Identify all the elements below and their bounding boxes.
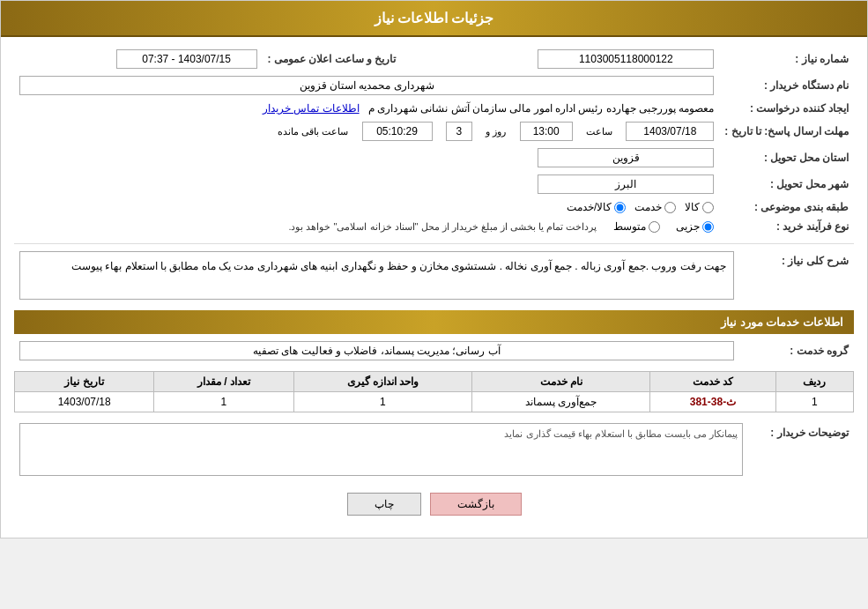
table-row: 1 ث-38-381 جمع‌آوری پسماند 1 1 1403/07/1… [15,392,854,412]
namDastgah-label: نام دستگاه خریدار : [719,72,854,99]
cell-radif: 1 [775,392,853,412]
radio-kala: کالا [685,201,714,213]
sharh-label: شرح کلی نیاز : [739,248,854,303]
col-tedad: تعداد / مقدار [154,372,293,392]
baghimande-label: ساعت باقی مانده [278,126,348,137]
tawzihKhridar-label: توضیحات خریدار : [748,420,854,479]
ostanTahvil-cell: قزوین [14,145,719,171]
print-button[interactable]: چاپ [347,493,421,516]
saat-value: 13:00 [520,122,573,141]
ijadKonande-link[interactable]: اطلاعات تماس خریدار [263,102,360,115]
service-table-container: ردیف کد خدمت نام خدمت واحد اندازه گیری ت… [14,371,854,412]
col-namKhadamat: نام خدمت [472,372,650,392]
groheKhadamat-label: گروه خدمت : [739,338,854,364]
groheKhadamat-value: آب رسانی؛ مدیریت پسماند، فاضلاب و فعالیت… [19,341,734,360]
roz-label: روز و [486,126,506,137]
ostanTahvil-label: استان محل تحویل : [719,145,854,171]
mohlatErsal-label: مهلت ارسال پاسخ: تا تاریخ : [719,118,854,145]
service-table: ردیف کد خدمت نام خدمت واحد اندازه گیری ت… [14,371,854,412]
tarikhErsal-cell: 1403/07/15 - 07:37 [14,46,263,72]
cell-namKhadamat: جمع‌آوری پسماند [472,392,650,412]
radio-jozi: جزیی [676,220,714,233]
ijadKonande-label: ایجاد کننده درخواست : [719,99,854,118]
roz-value: 3 [446,122,472,141]
tabaqebandi-cell: کالا خدمت کالا/خدمت [14,197,719,217]
cell-kodKhadamat: ث-38-381 [650,392,776,412]
radio-kala-khadamat-input[interactable] [614,202,626,213]
mohlatErsal-cell: 1403/07/18 ساعت 13:00 روز و 3 05:10:29 [14,118,719,145]
noeFarayand-label: نوع فرآیند خرید : [719,217,854,236]
back-button[interactable]: بازگشت [430,493,522,516]
cell-vahed: 1 [293,392,472,412]
groheKhadamat-cell: آب رسانی؛ مدیریت پسماند، فاضلاب و فعالیت… [14,338,739,364]
sharh-section: شرح کلی نیاز : جهت رفت وروب .جمع آوری زب… [14,248,854,303]
tawzih-section: توضیحات خریدار : پیمانکار می بایست مطابق… [14,420,854,479]
baghimande-value: 05:10:29 [362,122,433,141]
tawzihKhridar-cell: پیمانکار می بایست مطابق با استعلام بهاء … [14,420,748,479]
radio-motavasset-label: متوسط [613,220,646,233]
tabaqebandi-label: طبقه بندی موضوعی : [719,197,854,217]
col-kodKhadamat: کد خدمت [650,372,776,392]
ostanTahvil-value: قزوین [538,148,714,167]
page-title: جزئیات اطلاعات نیاز [375,11,494,26]
ijadKonande-value: معصومه پوررجبی جهارده رئیس اداره امور ما… [368,102,715,115]
noeFarayand-desc: پرداخت تمام یا بخشی از مبلغ خریدار از مح… [288,221,597,233]
group-table: گروه خدمت : آب رسانی؛ مدیریت پسماند، فاض… [14,338,854,364]
ijadKonande-cell: معصومه پوررجبی جهارده رئیس اداره امور ما… [14,99,719,118]
tawzihKhridar-value: پیمانکار می بایست مطابق با استعلام بهاء … [19,423,743,476]
radio-motavasset-input[interactable] [649,221,660,233]
date-value: 1403/07/18 [626,122,714,141]
radio-jozi-input[interactable] [702,221,714,233]
radio-kala-label: کالا [685,201,700,213]
tarikhErsal-value: 1403/07/15 - 07:37 [116,49,257,69]
col-tarikh: تاریخ نیاز [15,372,154,392]
namDastgah-cell: شهرداری محمدیه استان قزوین [14,72,719,99]
radio-khadamat-label: خدمت [634,201,662,213]
radio-kala-khadamat: کالا/خدمت [567,201,626,213]
shahrTahvil-label: شهر محل تحویل : [719,171,854,197]
page-wrapper: جزئیات اطلاعات نیاز شماره نیاز : 1103005… [0,0,868,538]
shomareNiaz-cell: 1103005118000122 [413,46,719,72]
radio-kala-khadamat-label: کالا/خدمت [567,201,612,213]
main-content: شماره نیاز : 1103005118000122 تاریخ و سا… [1,37,867,538]
sharh-value: جهت رفت وروب .جمع آوری زباله . جمع آوری … [19,251,734,300]
cell-tedad: 1 [154,392,293,412]
noeFarayand-cell: جزیی متوسط پرداخت تمام یا بخشی از مبلغ خ… [14,217,719,236]
namDastgah-value: شهرداری محمدیه استان قزوین [19,76,714,95]
shahrTahvil-value: البرز [538,175,714,194]
page-header: جزئیات اطلاعات نیاز [1,1,867,37]
button-row: بازگشت چاپ [14,493,854,516]
serviceInfo-title: اطلاعات خدمات مورد نیاز [14,310,854,334]
shahrTahvil-cell: البرز [14,171,719,197]
col-radif: ردیف [775,372,853,392]
radio-khadamat-input[interactable] [664,202,676,213]
radio-jozi-label: جزیی [676,220,700,233]
radio-motavasset: متوسط [613,220,660,233]
tarikhErsal-label: تاریخ و ساعت اعلان عمومی : [263,46,414,72]
cell-tarikh: 1403/07/18 [15,392,154,412]
sharh-cell: جهت رفت وروب .جمع آوری زباله . جمع آوری … [14,248,739,303]
shomareNiaz-value: 1103005118000122 [538,49,714,69]
radio-kala-input[interactable] [702,202,714,213]
radio-khadamat: خدمت [634,201,676,213]
saat-label: ساعت [586,126,612,137]
info-table: شماره نیاز : 1103005118000122 تاریخ و سا… [14,46,854,236]
col-vahed: واحد اندازه گیری [293,372,472,392]
shomareNiaz-label: شماره نیاز : [719,46,854,72]
